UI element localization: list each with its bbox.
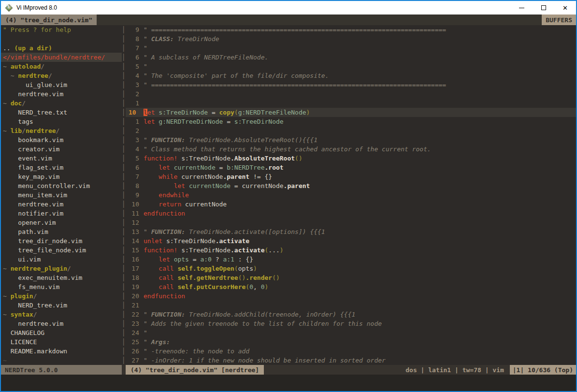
line-number: 17 [128, 264, 139, 273]
code-line[interactable]: 7 while currentNode.parent != {} [126, 172, 576, 181]
split-bar-glyph: │ [122, 99, 126, 108]
tree-item[interactable]: tree_file_node.vim [1, 246, 122, 255]
code-line[interactable]: 21 [126, 301, 576, 310]
tree-item[interactable]: opener.vim [1, 218, 122, 227]
tree-item[interactable]: flag_set.vim [1, 163, 122, 172]
code-line[interactable]: 8 let currentNode = currentNode.parent [126, 181, 576, 190]
code-line[interactable]: 6 let currentNode = b:NERDTree.root [126, 163, 576, 172]
token: " ======================================… [144, 81, 446, 88]
code-line[interactable]: 23" Adds the given treenode to the list … [126, 319, 576, 328]
code-line[interactable]: 7" [126, 44, 576, 53]
token: self.getNerdtree [177, 274, 238, 281]
code-line[interactable]: 19 call self.putCursorHere(0, 0) [126, 282, 576, 291]
code-line[interactable]: 3" =====================================… [126, 80, 576, 89]
nerdtree-statusline: NERDTree 5.0.0 [1, 365, 122, 375]
tree-item[interactable]: ~ plugin/ [1, 291, 122, 301]
tree-item[interactable]: bookmark.vim [1, 135, 122, 145]
tree-item[interactable]: menu_controller.vim [1, 181, 122, 190]
tree-item[interactable]: " Press ? for help [1, 25, 122, 34]
code-line[interactable]: 9" =====================================… [126, 25, 576, 34]
tree-item[interactable]: nerdtree.vim [1, 89, 122, 99]
code-line[interactable]: 20endfunction [126, 291, 576, 301]
tree-item[interactable]: notifier.vim [1, 209, 122, 218]
code-line[interactable]: 11endfunction [126, 209, 576, 218]
code-line[interactable]: 2 [126, 89, 576, 99]
code-line[interactable]: 1let g:NERDTreeDirNode = s:TreeDirNode [126, 117, 576, 126]
code-line[interactable]: 12 [126, 218, 576, 227]
tree-item[interactable]: tree_dir_node.vim [1, 236, 122, 246]
code-line[interactable]: 8" CLASS: TreeDirNode [126, 34, 576, 44]
code-line[interactable]: 26" -treenode: the node to add [126, 347, 576, 356]
tree-item[interactable]: NERD_tree.vim [1, 301, 122, 310]
tree-item[interactable]: README.markdown [1, 347, 122, 356]
line-number: 5 [128, 62, 139, 71]
tree-item[interactable]: ui.vim [1, 255, 122, 264]
code-line[interactable]: 4" The 'composite' part of the file/dir … [126, 71, 576, 80]
code-line[interactable]: 16 let opts = a:0 ? a:1 : {} [126, 255, 576, 264]
tree-item[interactable]: creator.vim [1, 145, 122, 154]
tree-item[interactable]: LICENCE [1, 337, 122, 347]
tree-item[interactable]: tags [1, 117, 122, 126]
split-bar-glyph: │ [122, 89, 126, 99]
code-line[interactable]: 5function! s:TreeDirNode.AbsoluteTreeRoo… [126, 154, 576, 163]
code-line-current[interactable]: 10let s:TreeDirNode = copy(g:NERDTreeFil… [126, 108, 576, 117]
token: NERD_tree.txt [3, 109, 67, 116]
maximize-button[interactable] [533, 1, 554, 15]
line-number: 27 [128, 356, 139, 365]
code-line[interactable]: 4" Class method that returns the highest… [126, 145, 576, 154]
code-line[interactable]: 13" FUNCTION: TreeDirNode.activate([opti… [126, 227, 576, 236]
tree-item[interactable]: CHANGELOG [1, 328, 122, 337]
tab-tree-dir-node[interactable]: (4) "tree_dir_node.vim" [1, 15, 97, 25]
line-number: 8 [128, 181, 139, 190]
tree-item[interactable]: nerdtree.vim [1, 200, 122, 209]
titlebar: V Vi IMproved 8.0 ✕ [1, 1, 576, 15]
tree-item[interactable]: ~ lib/nerdtree/ [1, 126, 122, 135]
tree-item[interactable]: ~ nerdtree/ [1, 71, 122, 80]
close-button[interactable]: ✕ [554, 1, 576, 15]
token: currentNode [181, 201, 227, 208]
code-line[interactable]: 18 call self.getNerdtree().render() [126, 273, 576, 282]
code-line[interactable]: 3" FUNCTION: TreeDirNode.AbsoluteTreeRoo… [126, 135, 576, 145]
code-line[interactable]: 22" FUNCTION: TreeDirNode.addChild(treen… [126, 310, 576, 319]
command-line[interactable] [1, 375, 576, 391]
tree-item[interactable]: ~ doc/ [1, 99, 122, 108]
split-bar-glyph: │ [122, 209, 126, 218]
code-line[interactable]: 1 [126, 99, 576, 108]
code-line[interactable]: 25" Args: [126, 337, 576, 347]
minimize-button[interactable] [511, 1, 533, 15]
split-bar-glyph: │ [122, 117, 126, 126]
tree-item[interactable]: fs_menu.vim [1, 282, 122, 291]
code-line[interactable]: 24" [126, 328, 576, 337]
tree-item[interactable]: key_map.vim [1, 172, 122, 181]
line-number: 14 [128, 236, 139, 246]
token: " [144, 311, 151, 318]
tree-item-selected[interactable]: </vimfiles/bundle/nerdtree/ [1, 53, 122, 62]
code-line[interactable]: 17 call self.toggleOpen(opts) [126, 264, 576, 273]
code-line[interactable]: 10 return currentNode [126, 200, 576, 209]
code-line[interactable]: 14unlet s:TreeDirNode.activate [126, 236, 576, 246]
token: " [144, 63, 147, 70]
tree-item[interactable]: event.vim [1, 154, 122, 163]
tree-item[interactable]: nerdtree.vim [1, 319, 122, 328]
code-line[interactable]: 6" A subclass of NERDTreeFileNode. [126, 53, 576, 62]
tree-item[interactable]: ~ syntax/ [1, 310, 122, 319]
code-line[interactable]: 2 [126, 126, 576, 135]
window-split-separator[interactable]: │││││││││││││││││││││││││││││││││││││ [122, 25, 126, 365]
tree-item[interactable]: .. (up a dir) [1, 44, 122, 53]
tree-item[interactable]: exec_menuitem.vim [1, 273, 122, 282]
code-line[interactable]: 9 endwhile [126, 190, 576, 200]
tree-item[interactable]: ui_glue.vim [1, 80, 122, 89]
split-bar-glyph: │ [122, 227, 126, 236]
code-line[interactable]: 15function! s:TreeDirNode.activate(...) [126, 246, 576, 255]
code-line[interactable]: 27" -inOrder: 1 if the new node should b… [126, 356, 576, 365]
token: TreeDirNode.AbsoluteTreeRoot(){{{1 [185, 136, 317, 144]
token: endfunction [144, 210, 185, 217]
tree-item[interactable]: path.vim [1, 227, 122, 236]
tree-item[interactable]: ~ autoload/ [1, 62, 122, 71]
token [144, 173, 159, 180]
tree-item[interactable]: menu_item.vim [1, 190, 122, 200]
tree-item[interactable]: ~ nerdtree_plugin/ [1, 264, 122, 273]
token: / [48, 72, 52, 79]
code-line[interactable]: 5" [126, 62, 576, 71]
tree-item[interactable]: NERD_tree.txt [1, 108, 122, 117]
